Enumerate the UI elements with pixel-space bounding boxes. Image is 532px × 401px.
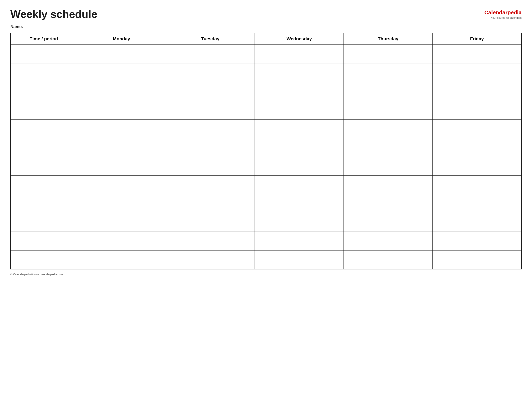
table-cell[interactable]	[344, 213, 433, 232]
table-cell[interactable]	[432, 213, 521, 232]
table-cell[interactable]	[77, 45, 166, 64]
col-header-tuesday: Tuesday	[166, 33, 255, 45]
table-cell[interactable]	[344, 232, 433, 250]
table-cell[interactable]	[11, 138, 77, 157]
table-cell[interactable]	[166, 232, 255, 250]
table-cell[interactable]	[344, 250, 433, 269]
table-cell[interactable]	[344, 157, 433, 176]
table-cell[interactable]	[166, 82, 255, 101]
footer-text: © Calendarpedia® www.calendarpedia.com	[10, 273, 63, 276]
table-cell[interactable]	[166, 45, 255, 64]
table-row	[11, 157, 521, 176]
table-cell[interactable]	[344, 194, 433, 213]
table-cell[interactable]	[344, 101, 433, 120]
table-cell[interactable]	[166, 194, 255, 213]
table-cell[interactable]	[344, 120, 433, 138]
table-cell[interactable]	[432, 157, 521, 176]
table-cell[interactable]	[11, 64, 77, 82]
table-header-row: Time / period Monday Tuesday Wednesday T…	[11, 33, 521, 45]
table-cell[interactable]	[77, 213, 166, 232]
table-cell[interactable]	[344, 45, 433, 64]
table-cell[interactable]	[166, 64, 255, 82]
col-header-friday: Friday	[432, 33, 521, 45]
table-cell[interactable]	[255, 138, 344, 157]
table-cell[interactable]	[344, 176, 433, 194]
table-cell[interactable]	[166, 157, 255, 176]
table-cell[interactable]	[77, 250, 166, 269]
table-cell[interactable]	[432, 82, 521, 101]
table-cell[interactable]	[432, 138, 521, 157]
page-title: Weekly schedule	[10, 8, 97, 20]
table-row	[11, 120, 521, 138]
table-cell[interactable]	[166, 138, 255, 157]
table-cell[interactable]	[255, 82, 344, 101]
table-cell[interactable]	[77, 194, 166, 213]
table-cell[interactable]	[77, 82, 166, 101]
table-cell[interactable]	[166, 250, 255, 269]
page-header: Weekly schedule Calendarpedia Your sourc…	[10, 8, 522, 20]
table-row	[11, 250, 521, 269]
table-cell[interactable]	[255, 176, 344, 194]
table-cell[interactable]	[77, 138, 166, 157]
table-row	[11, 45, 521, 64]
table-cell[interactable]	[11, 213, 77, 232]
table-cell[interactable]	[11, 45, 77, 64]
table-cell[interactable]	[344, 138, 433, 157]
table-cell[interactable]	[11, 250, 77, 269]
table-cell[interactable]	[255, 194, 344, 213]
table-row	[11, 232, 521, 250]
table-cell[interactable]	[432, 176, 521, 194]
table-row	[11, 101, 521, 120]
col-header-wednesday: Wednesday	[255, 33, 344, 45]
table-cell[interactable]	[432, 45, 521, 64]
name-label: Name:	[10, 24, 522, 29]
table-cell[interactable]	[11, 101, 77, 120]
logo-pedia: pedia	[507, 9, 522, 16]
table-cell[interactable]	[77, 176, 166, 194]
table-row	[11, 138, 521, 157]
schedule-table: Time / period Monday Tuesday Wednesday T…	[10, 33, 522, 269]
table-cell[interactable]	[11, 232, 77, 250]
table-row	[11, 64, 521, 82]
table-cell[interactable]	[432, 64, 521, 82]
table-cell[interactable]	[255, 232, 344, 250]
table-cell[interactable]	[77, 120, 166, 138]
table-cell[interactable]	[166, 213, 255, 232]
table-cell[interactable]	[255, 250, 344, 269]
col-header-thursday: Thursday	[344, 33, 433, 45]
col-header-monday: Monday	[77, 33, 166, 45]
table-cell[interactable]	[77, 64, 166, 82]
table-cell[interactable]	[255, 157, 344, 176]
table-cell[interactable]	[255, 213, 344, 232]
table-cell[interactable]	[255, 64, 344, 82]
table-cell[interactable]	[166, 120, 255, 138]
table-cell[interactable]	[166, 176, 255, 194]
table-cell[interactable]	[166, 101, 255, 120]
table-cell[interactable]	[344, 64, 433, 82]
table-cell[interactable]	[77, 232, 166, 250]
table-cell[interactable]	[432, 194, 521, 213]
table-cell[interactable]	[432, 250, 521, 269]
table-cell[interactable]	[432, 232, 521, 250]
table-row	[11, 213, 521, 232]
footer: © Calendarpedia® www.calendarpedia.com	[10, 273, 522, 276]
table-row	[11, 176, 521, 194]
logo: Calendarpedia	[484, 9, 522, 16]
table-cell[interactable]	[255, 45, 344, 64]
table-cell[interactable]	[11, 82, 77, 101]
table-cell[interactable]	[432, 101, 521, 120]
logo-container: Calendarpedia Your source for calendars	[484, 9, 522, 19]
table-cell[interactable]	[11, 120, 77, 138]
table-cell[interactable]	[11, 157, 77, 176]
table-cell[interactable]	[77, 101, 166, 120]
table-row	[11, 194, 521, 213]
logo-subtitle: Your source for calendars	[484, 16, 522, 19]
table-row	[11, 82, 521, 101]
table-cell[interactable]	[255, 101, 344, 120]
table-cell[interactable]	[11, 176, 77, 194]
table-cell[interactable]	[432, 120, 521, 138]
table-cell[interactable]	[77, 157, 166, 176]
table-cell[interactable]	[344, 82, 433, 101]
table-cell[interactable]	[255, 120, 344, 138]
table-cell[interactable]	[11, 194, 77, 213]
